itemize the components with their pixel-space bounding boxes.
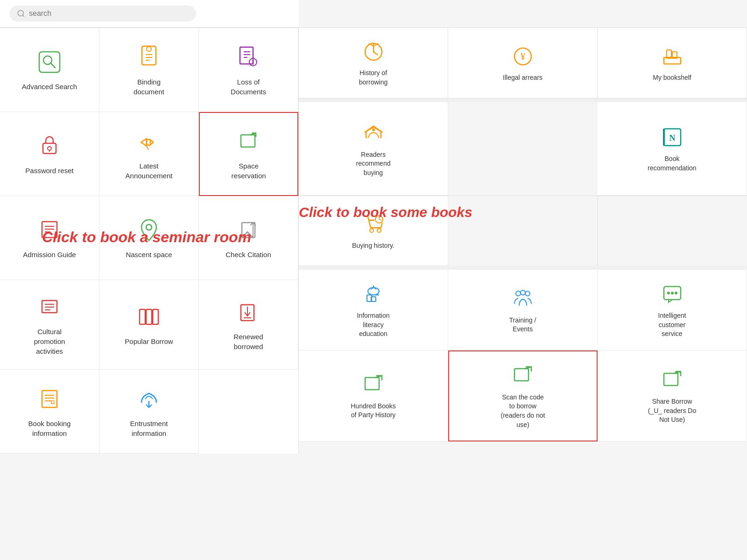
space-reservation-item[interactable]: Spacereservation bbox=[199, 112, 298, 196]
svg-text:N: N bbox=[669, 133, 675, 143]
space-reservation-icon bbox=[235, 127, 263, 155]
svg-rect-20 bbox=[147, 140, 150, 145]
svg-point-67 bbox=[368, 287, 379, 295]
intelligent-customer-icon bbox=[659, 281, 685, 307]
book-recommendation-label: Bookrecommendation bbox=[648, 154, 696, 173]
entrustment-item[interactable]: Entrustmentinformation bbox=[99, 370, 199, 454]
left-panel: Advanced Search Bindingdocument bbox=[0, 28, 299, 454]
readers-recommend-icon bbox=[360, 120, 386, 146]
scan-borrow-icon bbox=[510, 363, 536, 388]
renewed-borrowed-item[interactable]: Renewedborrowed bbox=[199, 280, 298, 370]
advanced-search-icon bbox=[35, 48, 63, 76]
readers-recommend-label: Readersrecommendbuying bbox=[356, 150, 391, 178]
svg-point-16 bbox=[253, 63, 254, 64]
right-top-row: History ofborrowing ¥ Illegal arrears bbox=[299, 28, 747, 98]
search-input-wrapper[interactable] bbox=[9, 6, 196, 21]
buying-history-label: Buying history. bbox=[352, 241, 395, 251]
svg-point-6 bbox=[147, 47, 151, 51]
svg-rect-5 bbox=[142, 46, 156, 65]
admission-guide-item[interactable]: Admission Guide bbox=[0, 196, 99, 280]
svg-rect-37 bbox=[153, 309, 158, 324]
svg-text:¥: ¥ bbox=[520, 50, 525, 62]
cultural-promotion-icon bbox=[35, 293, 63, 321]
intelligent-customer-item[interactable]: Intelligentcustomerservice bbox=[598, 270, 747, 350]
svg-line-1 bbox=[22, 15, 24, 16]
svg-rect-79 bbox=[514, 369, 529, 381]
password-reset-icon bbox=[35, 132, 63, 160]
loss-documents-label: Loss ofDocuments bbox=[231, 77, 266, 97]
readers-recommend-item[interactable]: Readersrecommendbuying bbox=[299, 102, 448, 196]
training-events-icon bbox=[510, 286, 536, 311]
svg-rect-36 bbox=[146, 309, 152, 324]
cultural-promotion-label: Culturalpromotionactivities bbox=[34, 327, 65, 356]
renewed-borrowed-label: Renewedborrowed bbox=[233, 332, 263, 351]
check-citation-item[interactable]: Check Citation bbox=[199, 196, 298, 280]
book-booking-item[interactable]: Book bookinginformation bbox=[0, 370, 99, 454]
scan-borrow-label: Scan the codeto borrow(readers do notuse… bbox=[501, 393, 545, 429]
book-recommendation-icon: N bbox=[659, 124, 685, 150]
svg-rect-2 bbox=[39, 52, 60, 72]
popular-borrow-icon bbox=[135, 303, 163, 331]
svg-point-60 bbox=[377, 229, 381, 232]
latest-announcement-label: LatestAnnouncement bbox=[126, 161, 173, 181]
buying-history-row-item[interactable]: Buying history. bbox=[299, 196, 448, 266]
search-input[interactable] bbox=[29, 9, 189, 18]
binding-document-item[interactable]: Bindingdocument bbox=[99, 28, 199, 112]
svg-point-0 bbox=[18, 10, 23, 16]
latest-announcement-item[interactable]: LatestAnnouncement bbox=[99, 112, 199, 196]
illegal-arrears-item[interactable]: ¥ Illegal arrears bbox=[448, 28, 598, 98]
share-borrow-label: Share Borrow(_U_ readers DoNot Use) bbox=[648, 397, 697, 425]
svg-point-75 bbox=[671, 292, 674, 294]
training-events-item[interactable]: Training /Events bbox=[448, 270, 598, 350]
svg-point-18 bbox=[48, 147, 51, 150]
password-reset-label: Password reset bbox=[25, 166, 73, 175]
svg-rect-10 bbox=[240, 47, 253, 64]
info-literacy-icon bbox=[360, 281, 386, 307]
latest-announcement-icon bbox=[135, 127, 163, 155]
svg-point-76 bbox=[675, 292, 677, 294]
hundred-books-icon bbox=[360, 371, 386, 397]
popular-borrow-item[interactable]: Popular Borrow bbox=[99, 280, 199, 370]
history-borrowing-item[interactable]: History ofborrowing bbox=[299, 28, 448, 98]
svg-point-28 bbox=[146, 224, 152, 230]
svg-rect-41 bbox=[42, 391, 57, 407]
my-bookshelf-label: My bookshelf bbox=[653, 73, 691, 83]
binding-document-label: Bindingdocument bbox=[134, 77, 164, 97]
check-citation-icon bbox=[234, 216, 262, 244]
nascent-space-item[interactable]: Nascent space bbox=[99, 196, 199, 280]
binding-document-icon bbox=[135, 43, 163, 71]
svg-rect-77 bbox=[365, 378, 379, 390]
history-borrowing-label: History ofborrowing bbox=[359, 69, 388, 87]
svg-rect-81 bbox=[664, 373, 678, 385]
svg-line-21 bbox=[147, 146, 148, 150]
search-bar bbox=[0, 0, 299, 28]
admission-guide-label: Admission Guide bbox=[23, 250, 76, 259]
loss-documents-icon bbox=[234, 43, 262, 71]
nascent-space-label: Nascent space bbox=[126, 250, 172, 259]
password-reset-item[interactable]: Password reset bbox=[0, 112, 99, 196]
nascent-space-icon bbox=[135, 216, 163, 244]
renewed-borrowed-icon bbox=[234, 298, 262, 326]
svg-rect-17 bbox=[43, 143, 56, 154]
svg-point-70 bbox=[516, 291, 521, 296]
svg-point-55 bbox=[372, 128, 375, 131]
hundred-books-item[interactable]: Hundred Booksof Party History bbox=[299, 350, 448, 441]
loss-documents-item[interactable]: Loss ofDocuments bbox=[199, 28, 298, 112]
svg-line-4 bbox=[50, 63, 55, 68]
popular-borrow-label: Popular Borrow bbox=[125, 336, 173, 346]
info-literacy-item[interactable]: Informationliteracyeducation bbox=[299, 270, 448, 350]
entrustment-icon bbox=[135, 385, 163, 413]
history-borrowing-icon bbox=[360, 39, 386, 65]
svg-point-74 bbox=[667, 292, 670, 294]
book-recommendation-item[interactable]: N Bookrecommendation bbox=[598, 102, 747, 196]
advanced-search-item[interactable]: Advanced Search bbox=[0, 28, 99, 112]
share-borrow-item[interactable]: Share Borrow(_U_ readers DoNot Use) bbox=[598, 350, 747, 441]
share-borrow-icon bbox=[659, 367, 685, 392]
buying-history-icon bbox=[360, 211, 386, 237]
svg-rect-22 bbox=[241, 135, 255, 147]
scan-borrow-item[interactable]: Scan the codeto borrow(readers do notuse… bbox=[448, 350, 598, 441]
entrustment-label: Entrustmentinformation bbox=[130, 419, 168, 438]
cultural-promotion-item[interactable]: Culturalpromotionactivities bbox=[0, 280, 99, 370]
my-bookshelf-item[interactable]: My bookshelf bbox=[598, 28, 747, 98]
space-reservation-label: Spacereservation bbox=[231, 161, 266, 181]
